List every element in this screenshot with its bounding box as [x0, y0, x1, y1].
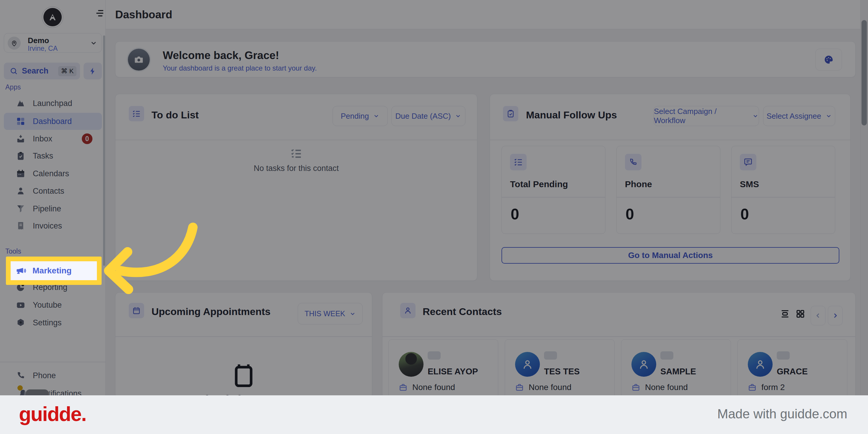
marketing-highlight-box: Marketing	[6, 256, 102, 285]
guidde-logo: guidde.	[19, 402, 86, 426]
sidebar-item-label: Marketing	[32, 266, 71, 275]
app-window: Demo Irvine, CA Search ⌘ K Apps Launchpa…	[0, 0, 868, 434]
guidde-pointer-arrow	[97, 217, 210, 306]
guidde-watermark-bar: guidde. Made with guidde.com	[0, 395, 868, 434]
sidebar-item-marketing[interactable]: Marketing	[11, 261, 97, 280]
guidde-tagline: Made with guidde.com	[717, 407, 847, 421]
megaphone-icon	[16, 266, 26, 276]
